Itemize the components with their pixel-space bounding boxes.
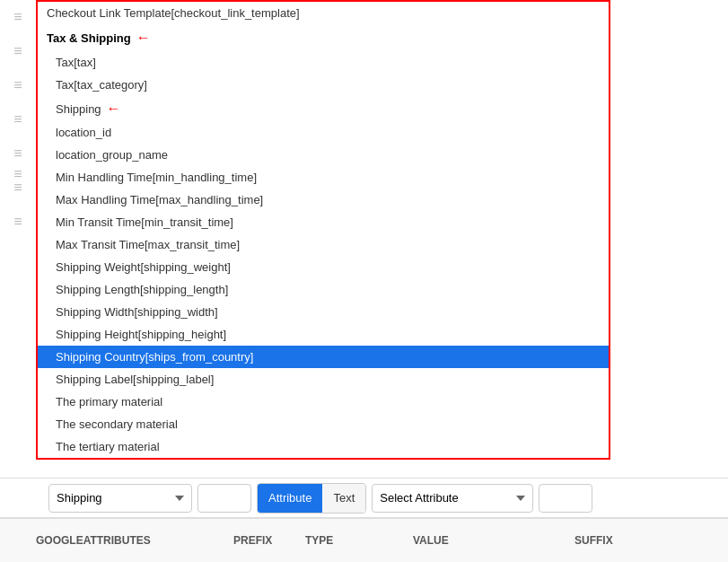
prefix-input[interactable] — [197, 484, 251, 513]
handles-column: ≡ ≡ ≡ ≡ ≡ ≡ ≡ ≡ — [0, 0, 36, 239]
drag-handle-7[interactable]: ≡ — [0, 205, 36, 239]
list-item-ships_from_country[interactable]: Shipping Country[ships_from_country] — [38, 346, 609, 368]
attribute-type-button[interactable]: Attribute — [258, 484, 322, 513]
text-type-button[interactable]: Text — [322, 484, 365, 513]
shipping-select[interactable]: Shipping — [48, 484, 192, 513]
bottom-header: GOOGLEATTRIBUTES PREFIX TYPE VALUE SUFFI… — [0, 517, 728, 562]
list-item-shipping_height[interactable]: Shipping Height[shipping_height] — [38, 323, 609, 346]
list-item-tax_category[interactable]: Tax[tax_category] — [38, 74, 609, 96]
attribute-dropdown-panel: Checkout Link Template[checkout_link_tem… — [36, 0, 610, 460]
arrow-icon-shipping: ← — [107, 101, 121, 117]
list-item-min_handling_time[interactable]: Min Handling Time[min_handling_time] — [38, 166, 609, 189]
drag-handle-3[interactable]: ≡ — [0, 68, 36, 102]
col-prefix: PREFIX — [233, 534, 305, 547]
main-container: ≡ ≡ ≡ ≡ ≡ ≡ ≡ ≡ Checkout Link Template[c… — [0, 0, 728, 562]
drag-handle-4[interactable]: ≡ — [0, 102, 36, 136]
list-item-shipping_width[interactable]: Shipping Width[shipping_width] — [38, 301, 609, 323]
list-item-tax[interactable]: Tax[tax] — [38, 51, 609, 74]
bottom-toolbar: Shipping Attribute Text Select Attribute — [0, 478, 728, 517]
list-item-min_transit_time[interactable]: Min Transit Time[min_transit_time] — [38, 211, 609, 233]
list-item-tertiary_material[interactable]: The tertiary material — [38, 435, 609, 458]
dropdown-list[interactable]: Checkout Link Template[checkout_link_tem… — [38, 2, 609, 458]
col-suffix: SUFFIX — [575, 534, 646, 547]
list-item-secondary_material[interactable]: The secondary material — [38, 413, 609, 435]
drag-handle-toolbar[interactable]: ≡ — [0, 154, 36, 194]
list-item-shipping[interactable]: Shipping ← — [38, 96, 609, 121]
drag-handle-1[interactable]: ≡ — [0, 0, 36, 34]
list-item-max_transit_time[interactable]: Max Transit Time[max_transit_time] — [38, 233, 609, 256]
list-item-primary_material[interactable]: The primary material — [38, 391, 609, 413]
list-item-shipping_weight[interactable]: Shipping Weight[shipping_weight] — [38, 256, 609, 278]
col-value: VALUE — [413, 534, 575, 547]
drag-handle-2[interactable]: ≡ — [0, 34, 36, 68]
list-item-checkout_link[interactable]: Checkout Link Template[checkout_link_tem… — [38, 2, 609, 24]
header-cols: GOOGLEATTRIBUTES PREFIX TYPE VALUE SUFFI… — [18, 534, 710, 547]
list-item-shipping_length[interactable]: Shipping Length[shipping_length] — [38, 278, 609, 301]
arrow-icon-tax_shipping_header: ← — [136, 30, 151, 46]
type-group: Attribute Text — [257, 483, 366, 514]
list-item-max_handling_time[interactable]: Max Handling Time[max_handling_time] — [38, 189, 609, 211]
suffix-input[interactable] — [539, 484, 592, 513]
select-attribute-dropdown[interactable]: Select Attribute — [372, 484, 533, 513]
col-googleattributes: GOOGLEATTRIBUTES — [36, 534, 233, 547]
list-item-tax_shipping_header[interactable]: Tax & Shipping ← — [38, 24, 609, 51]
list-item-location_id[interactable]: location_id — [38, 121, 609, 144]
col-type: TYPE — [305, 534, 413, 547]
list-item-shipping_label[interactable]: Shipping Label[shipping_label] — [38, 368, 609, 391]
list-item-location_group_name[interactable]: location_group_name — [38, 144, 609, 166]
